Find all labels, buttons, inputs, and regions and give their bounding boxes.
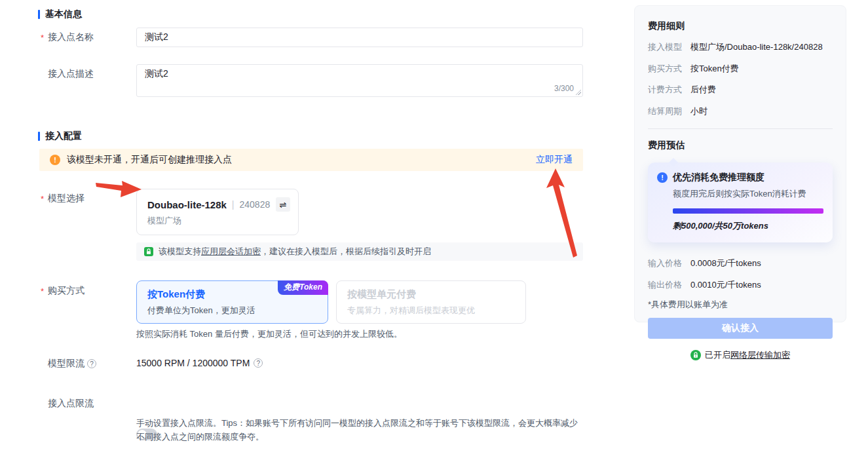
fee-row-cycle: 结算周期 小时 bbox=[648, 105, 833, 118]
banner-text: 该模型未开通，开通后可创建推理接入点 bbox=[67, 154, 232, 166]
confirm-access-button[interactable]: 确认接入 bbox=[648, 318, 833, 339]
section-accent-bar bbox=[38, 10, 40, 19]
endpoint-desc-label: 接入点描述 bbox=[48, 68, 94, 80]
purchase-note: 按照实际消耗 Token 量后付费，更加灵活，但可达到的并发上限较低。 bbox=[136, 328, 402, 340]
pay-option-desc: 付费单位为Token，更加灵活 bbox=[147, 305, 317, 316]
fee-disclaimer: *具体费用以账单为准 bbox=[648, 299, 833, 311]
endpoint-name-label: * 接入点名称 bbox=[41, 31, 94, 43]
network-encrypt-link[interactable]: 网络层传输加密 bbox=[730, 350, 790, 360]
endpoint-limit-desc: 手动设置接入点限流。Tips：如果账号下所有访问同一模型的接入点限流之和等于账号… bbox=[136, 416, 580, 444]
free-token-badge: 免费Token bbox=[278, 280, 328, 295]
model-limit-label: 模型限流 ? bbox=[48, 358, 96, 370]
required-asterisk: * bbox=[41, 286, 44, 296]
model-separator: | bbox=[232, 199, 235, 210]
resize-handle[interactable] bbox=[575, 89, 581, 95]
model-source: 模型广场 bbox=[147, 215, 290, 227]
session-encrypt-note: 该模型支持应用层会话加密，建议在接入模型后，根据后续指引及时开启 bbox=[136, 242, 583, 261]
model-limit-value-row: 15000 RPM / 1200000 TPM ? bbox=[136, 358, 263, 368]
quota-desc: 额度用完后则按实际Token消耗计费 bbox=[673, 188, 823, 200]
create-endpoint-page: 基本信息 * 接入点名称 接入点描述 测试2 3/300 接入配置 ! 该模型未… bbox=[0, 0, 868, 460]
char-counter: 3/300 bbox=[554, 84, 574, 93]
quota-remaining: 剩500,000/共50万tokens bbox=[673, 220, 823, 232]
fee-row-model: 接入模型 模型广场/Doubao-lite-128k/240828 bbox=[648, 41, 833, 54]
selected-model-card[interactable]: Doubao-lite-128k | 240828 ⇌ 模型广场 bbox=[136, 189, 299, 235]
quota-title: 优先消耗免费推理额度 bbox=[673, 172, 823, 183]
warning-icon: ! bbox=[50, 155, 60, 165]
info-icon: ! bbox=[657, 172, 668, 183]
endpoint-desc-textarea[interactable]: 测试2 bbox=[136, 64, 583, 97]
section-title: 基本信息 bbox=[45, 9, 82, 20]
section-title: 接入配置 bbox=[45, 130, 82, 142]
fee-row-purchase: 购买方式 按Token付费 bbox=[648, 62, 833, 75]
purchase-method-label: * 购买方式 bbox=[41, 285, 85, 297]
endpoint-limit-label: 接入点限流 bbox=[48, 398, 94, 410]
help-icon[interactable]: ? bbox=[87, 359, 96, 368]
input-price-row: 输入价格 0.0008元/千tokens bbox=[648, 257, 833, 270]
endpoint-desc-field: 测试2 3/300 bbox=[136, 64, 583, 97]
model-limit-value: 15000 RPM / 1200000 TPM bbox=[136, 358, 250, 368]
fee-details-title: 费用细则 bbox=[648, 20, 833, 32]
pay-option-title: 按模型单元付费 bbox=[347, 288, 515, 301]
lock-circle-icon bbox=[690, 350, 701, 360]
pay-option-desc: 专属算力，对精调后模型表现更优 bbox=[347, 305, 515, 316]
purchase-options: 按Token付费 付费单位为Token，更加灵活 免费Token 按模型单元付费… bbox=[136, 280, 526, 324]
section-accent-bar bbox=[38, 132, 40, 141]
model-title-row: Doubao-lite-128k | 240828 ⇌ bbox=[147, 197, 290, 212]
network-encrypt-row: 已开启网络层传输加密 bbox=[648, 349, 833, 361]
session-encrypt-link[interactable]: 应用层会话加密 bbox=[201, 246, 261, 256]
required-asterisk: * bbox=[41, 194, 44, 204]
model-not-activated-banner: ! 该模型未开通，开通后可创建推理接入点 立即开通 bbox=[39, 149, 583, 171]
free-quota-box: ! 优先消耗免费推理额度 额度用完后则按实际Token消耗计费 剩500,000… bbox=[648, 163, 833, 242]
divider bbox=[648, 128, 833, 129]
model-name: Doubao-lite-128k bbox=[147, 199, 227, 210]
model-version: 240828 bbox=[240, 199, 271, 210]
fee-estimate-title: 费用预估 bbox=[648, 140, 833, 151]
output-price-row: 输出价格 0.0010元/千tokens bbox=[648, 278, 833, 292]
endpoint-name-input[interactable] bbox=[136, 28, 583, 47]
swap-model-icon[interactable]: ⇌ bbox=[276, 197, 290, 212]
required-asterisk: * bbox=[41, 33, 44, 43]
section-basic-info: 基本信息 bbox=[38, 9, 82, 20]
section-access-config: 接入配置 bbox=[38, 130, 82, 142]
quota-content: 优先消耗免费推理额度 额度用完后则按实际Token消耗计费 剩500,000/共… bbox=[673, 172, 823, 232]
help-icon[interactable]: ? bbox=[254, 358, 263, 368]
quota-progress-fill bbox=[673, 208, 823, 214]
quota-progress-bar bbox=[673, 208, 823, 214]
fee-row-billing: 计费方式 后付费 bbox=[648, 83, 833, 96]
fee-sidebar: 费用细则 接入模型 模型广场/Doubao-lite-128k/240828 购… bbox=[634, 5, 846, 322]
model-select-label: * 模型选择 bbox=[41, 193, 85, 204]
activate-now-link[interactable]: 立即开通 bbox=[536, 154, 573, 166]
pay-by-token-card[interactable]: 按Token付费 付费单位为Token，更加灵活 免费Token bbox=[136, 280, 328, 324]
lock-icon bbox=[144, 247, 153, 256]
pay-by-model-unit-card[interactable]: 按模型单元付费 专属算力，对精调后模型表现更优 bbox=[336, 280, 526, 324]
encrypt-note-text: 该模型支持应用层会话加密，建议在接入模型后，根据后续指引及时开启 bbox=[159, 246, 431, 258]
